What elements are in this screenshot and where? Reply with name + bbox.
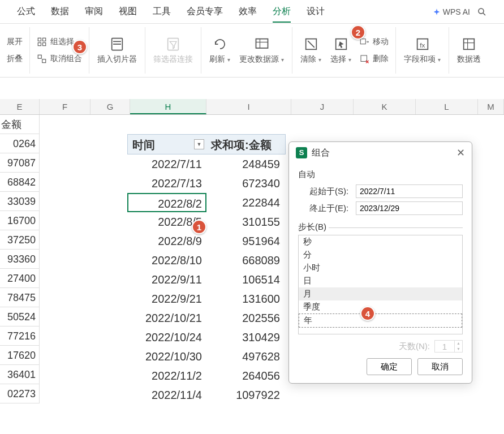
ok-button[interactable]: 确定 xyxy=(367,358,412,375)
insert-slicer-button[interactable]: 插入切片器 xyxy=(95,34,139,67)
pivot-row[interactable]: 2022/8/5310155 xyxy=(127,212,286,231)
collapse-button[interactable]: 折叠 xyxy=(6,52,24,66)
pivot-table-button[interactable]: 数据透 xyxy=(455,34,483,67)
left-cell[interactable]: 33039 xyxy=(0,192,40,211)
pivot-row[interactable]: 2022/8/10668089 xyxy=(127,251,286,270)
left-cell[interactable]: 93360 xyxy=(0,250,40,269)
left-cell[interactable]: 02273 xyxy=(0,384,40,403)
left-cell[interactable]: 78475 xyxy=(0,288,40,307)
column-header-J[interactable]: J xyxy=(291,99,354,114)
menu-tab-0[interactable]: 公式 xyxy=(17,1,35,22)
filter-connections-button[interactable]: 筛选器连接 xyxy=(151,34,195,67)
pivot-date-cell[interactable]: 2022/11/2 xyxy=(127,366,205,385)
pivot-value-cell[interactable]: 202556 xyxy=(205,308,286,328)
pivot-value-cell[interactable]: 497628 xyxy=(205,347,286,366)
pivot-date-cell[interactable]: 2022/9/11 xyxy=(127,270,205,289)
pivot-date-cell[interactable]: 2022/10/21 xyxy=(127,308,205,328)
pivot-row[interactable]: 2022/7/11248459 xyxy=(127,154,286,174)
pivot-value-cell[interactable]: 951964 xyxy=(205,231,286,251)
expand-button[interactable]: 展开 xyxy=(6,35,24,49)
left-cell[interactable]: 97087 xyxy=(0,153,40,173)
menu-tab-7[interactable]: 分析 xyxy=(273,1,291,22)
start-input[interactable] xyxy=(356,184,463,198)
wps-ai-button[interactable]: WPS AI xyxy=(433,7,470,16)
pivot-row[interactable]: 2022/11/2264056 xyxy=(127,366,286,385)
step-option[interactable]: 秒 xyxy=(299,235,462,248)
step-option[interactable]: 日 xyxy=(299,274,462,287)
pivot-value-cell[interactable]: 672340 xyxy=(205,174,286,193)
end-input[interactable] xyxy=(356,201,463,215)
left-cell[interactable]: 37250 xyxy=(0,230,40,250)
pivot-row[interactable]: 2022/11/41097922 xyxy=(127,385,286,405)
column-header-M[interactable]: M xyxy=(478,99,504,114)
pivot-date-cell[interactable]: 2022/9/21 xyxy=(127,289,205,308)
pivot-date-cell[interactable]: 2022/8/2 xyxy=(127,193,206,212)
column-header-E[interactable]: E xyxy=(0,99,40,114)
left-cell[interactable]: 50524 xyxy=(0,307,40,326)
pivot-row[interactable]: 2022/8/2222844 xyxy=(127,193,286,212)
pivot-date-cell[interactable]: 2022/10/24 xyxy=(127,328,205,347)
pivot-value-header[interactable]: 求和项:金额 xyxy=(206,135,285,154)
left-cell[interactable]: 27400 xyxy=(0,269,40,288)
left-cell[interactable]: 77216 xyxy=(0,326,40,346)
close-button[interactable]: ✕ xyxy=(456,147,465,159)
pivot-value-cell[interactable]: 668089 xyxy=(205,251,286,270)
delete-button[interactable]: 删除 xyxy=(358,52,390,66)
fields-items-button[interactable]: fx 字段和项▾ xyxy=(402,34,443,67)
pivot-date-cell[interactable]: 2022/10/30 xyxy=(127,347,205,366)
left-cell[interactable]: 36401 xyxy=(0,365,40,384)
select-button[interactable]: 选择▾ xyxy=(328,34,354,67)
left-cell[interactable]: 68842 xyxy=(0,173,40,192)
menu-tab-5[interactable]: 会员专享 xyxy=(187,1,223,22)
pivot-row[interactable]: 2022/10/21202556 xyxy=(127,308,286,328)
pivot-value-cell[interactable]: 131600 xyxy=(205,289,286,308)
column-header-F[interactable]: F xyxy=(40,99,91,114)
left-cell[interactable]: 16700 xyxy=(0,211,40,230)
pivot-value-cell[interactable]: 264056 xyxy=(205,366,286,385)
clear-button[interactable]: 清除▾ xyxy=(298,34,324,67)
pivot-time-header[interactable]: 时间 ▼ xyxy=(128,135,206,154)
menu-tab-2[interactable]: 审阅 xyxy=(85,1,103,22)
pivot-row[interactable]: 2022/9/21131600 xyxy=(127,289,286,308)
menu-tab-8[interactable]: 设计 xyxy=(307,1,325,22)
step-option[interactable]: 小时 xyxy=(299,261,462,274)
spin-up[interactable]: ▲ xyxy=(455,341,462,346)
left-cell[interactable]: 17620 xyxy=(0,346,40,365)
pivot-date-cell[interactable]: 2022/11/4 xyxy=(127,385,205,405)
filter-dropdown-button[interactable]: ▼ xyxy=(194,139,204,149)
menu-tab-1[interactable]: 数据 xyxy=(51,1,69,22)
pivot-date-cell[interactable]: 2022/8/9 xyxy=(127,231,205,251)
left-col-header[interactable]: 金额 xyxy=(0,115,40,134)
step-option[interactable]: 分 xyxy=(299,248,462,261)
step-option[interactable]: 年 xyxy=(299,313,462,328)
menu-tab-6[interactable]: 效率 xyxy=(239,1,257,22)
pivot-value-cell[interactable]: 1097922 xyxy=(205,385,286,405)
pivot-row[interactable]: 2022/8/9951964 xyxy=(127,231,286,251)
step-option[interactable]: 季度 xyxy=(299,300,462,313)
column-header-K[interactable]: K xyxy=(354,99,416,114)
spin-down[interactable]: ▼ xyxy=(455,346,462,352)
column-header-G[interactable]: G xyxy=(91,99,130,114)
menu-tab-4[interactable]: 工具 xyxy=(153,1,171,22)
pivot-row[interactable]: 2022/10/24310429 xyxy=(127,328,286,347)
pivot-date-cell[interactable]: 2022/7/13 xyxy=(127,174,205,193)
pivot-row[interactable]: 2022/7/13672340 xyxy=(127,174,286,193)
change-data-source-button[interactable]: 更改数据源▾ xyxy=(237,34,286,67)
pivot-date-cell[interactable]: 2022/8/10 xyxy=(127,251,205,270)
step-option[interactable]: 月 xyxy=(299,287,462,300)
pivot-row[interactable]: 2022/10/30497628 xyxy=(127,347,286,366)
pivot-date-cell[interactable]: 2022/7/11 xyxy=(127,154,205,174)
step-listbox[interactable]: 秒分小时日月季度年 xyxy=(298,235,463,334)
pivot-value-cell[interactable]: 310429 xyxy=(205,328,286,347)
search-icon[interactable] xyxy=(477,7,487,17)
pivot-value-cell[interactable]: 222844 xyxy=(206,193,286,212)
pivot-value-cell[interactable]: 310155 xyxy=(205,212,286,231)
cancel-button[interactable]: 取消 xyxy=(417,358,463,375)
pivot-value-cell[interactable]: 106514 xyxy=(205,270,286,289)
column-header-H[interactable]: H xyxy=(130,99,206,114)
pivot-value-cell[interactable]: 248459 xyxy=(205,154,286,174)
ungroup-button[interactable]: 取消组合 xyxy=(36,52,83,66)
left-cell[interactable]: 0264 xyxy=(0,134,40,153)
menu-tab-3[interactable]: 视图 xyxy=(119,1,137,22)
refresh-button[interactable]: 刷新▾ xyxy=(207,34,232,67)
